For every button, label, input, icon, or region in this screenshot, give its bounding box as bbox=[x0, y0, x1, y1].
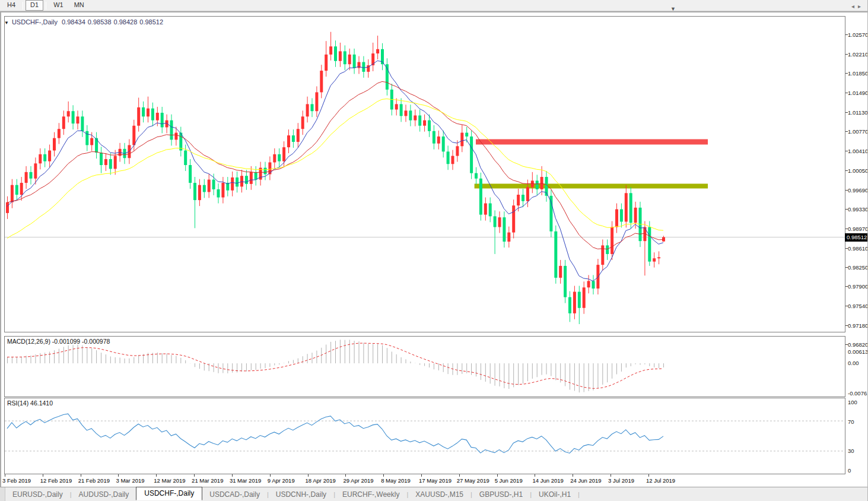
candle bbox=[522, 195, 524, 201]
ohlc-low: 0.98428 bbox=[114, 18, 138, 26]
timeframe-button-h4[interactable]: H4 bbox=[2, 0, 20, 11]
candle bbox=[442, 137, 445, 151]
candle bbox=[536, 180, 539, 189]
resistance-level-line[interactable] bbox=[476, 139, 708, 145]
candle bbox=[137, 107, 140, 126]
tab-xauusd[interactable]: XAUUSD-,M15 bbox=[408, 489, 470, 500]
chart-title: ▼USDCHF-,Daily 0.984340.985380.984280.98… bbox=[4, 18, 166, 26]
candle bbox=[311, 104, 314, 111]
candle bbox=[601, 245, 604, 265]
candle bbox=[592, 281, 595, 288]
date-axis-label: 14 Jun 2019 bbox=[532, 477, 563, 484]
rsi-line bbox=[7, 414, 663, 453]
date-axis: 3 Feb 201912 Feb 201921 Feb 20193 Mar 20… bbox=[0, 474, 845, 486]
candle bbox=[325, 55, 328, 71]
scroll-left-icon[interactable]: ◂ bbox=[851, 3, 858, 9]
macd-histogram bbox=[8, 340, 664, 392]
candle bbox=[48, 151, 51, 161]
candle bbox=[53, 138, 56, 151]
candle bbox=[15, 185, 18, 195]
candle bbox=[653, 258, 656, 261]
candle bbox=[297, 129, 300, 142]
ohlc-open: 0.98434 bbox=[62, 18, 85, 26]
candle bbox=[77, 116, 80, 123]
candle bbox=[400, 104, 403, 116]
date-axis-tick bbox=[308, 474, 309, 477]
candle bbox=[250, 172, 253, 184]
macd-chart[interactable] bbox=[5, 337, 845, 397]
price-axis-label: 0.97900 bbox=[848, 283, 868, 290]
price-chart-panel[interactable] bbox=[4, 16, 845, 332]
price-axis-label: 0.96820 bbox=[848, 341, 868, 348]
candle bbox=[329, 46, 332, 55]
candle bbox=[433, 131, 435, 144]
candle bbox=[6, 202, 9, 213]
timeframe-button-mn[interactable]: MN bbox=[69, 0, 89, 11]
ohlc-close: 0.98512 bbox=[139, 18, 163, 26]
price-axis-label: 1.02570 bbox=[848, 31, 868, 38]
date-axis-tick bbox=[497, 474, 498, 477]
date-axis-label: 18 Apr 2019 bbox=[306, 477, 336, 484]
candle bbox=[470, 137, 473, 173]
date-axis-tick bbox=[194, 474, 195, 477]
candle bbox=[34, 163, 37, 178]
candle bbox=[498, 217, 501, 227]
price-axis-label: 0.98610 bbox=[848, 245, 868, 252]
candle bbox=[428, 121, 431, 131]
candle bbox=[240, 176, 243, 186]
candle bbox=[315, 92, 318, 111]
candle bbox=[409, 110, 412, 120]
candle bbox=[620, 210, 623, 222]
rsi-chart[interactable] bbox=[5, 398, 845, 474]
candle bbox=[568, 297, 571, 313]
rsi-indicator-panel[interactable]: RSI(14) 46.1410 bbox=[4, 398, 845, 474]
tab-usdcad[interactable]: USDCAD-,Daily bbox=[202, 489, 267, 500]
date-axis-tick bbox=[118, 474, 119, 477]
timeframe-button-d1[interactable]: D1 bbox=[26, 0, 43, 11]
candle bbox=[348, 55, 351, 64]
candle bbox=[25, 172, 28, 183]
tab-gbpusd[interactable]: GBPUSD-,H1 bbox=[472, 489, 530, 500]
rsi-axis-30: 30 bbox=[848, 448, 854, 454]
date-axis-label: 9 Apr 2019 bbox=[268, 477, 295, 484]
candle bbox=[418, 115, 421, 125]
candle bbox=[292, 135, 295, 142]
tab-usdcnh[interactable]: USDCNH-,Daily bbox=[269, 489, 333, 500]
date-axis-label: 17 May 2019 bbox=[419, 477, 452, 484]
tab-eurchf[interactable]: EURCHF-,Weekly bbox=[335, 489, 406, 500]
candle bbox=[282, 147, 285, 161]
chart-dropdown-icon[interactable]: ▼ bbox=[4, 20, 9, 26]
candle bbox=[339, 51, 342, 61]
candle bbox=[217, 189, 220, 198]
date-axis-tick bbox=[648, 474, 649, 477]
candle bbox=[587, 281, 590, 287]
date-axis-label: 12 Jul 2019 bbox=[646, 477, 675, 484]
candlestick-chart[interactable] bbox=[5, 17, 845, 332]
candle bbox=[132, 126, 135, 145]
tab-audusd[interactable]: AUDUSD-,Daily bbox=[72, 489, 136, 500]
candle bbox=[161, 113, 164, 128]
price-axis-label: 0.99690 bbox=[848, 187, 868, 194]
timeframe-toolbar: H4D1W1MN bbox=[0, 0, 868, 11]
tab-ukoil[interactable]: UKOil-,H1 bbox=[532, 489, 578, 500]
candle bbox=[170, 121, 173, 140]
candle bbox=[151, 109, 154, 121]
date-axis-tick bbox=[383, 474, 384, 477]
ohlc-high: 0.98538 bbox=[88, 18, 112, 26]
scroll-right-icon[interactable]: ▸ bbox=[858, 3, 864, 9]
date-axis-label: 21 Mar 2019 bbox=[192, 477, 223, 484]
macd-indicator-panel[interactable]: MACD(12,26,9) -0.001099 -0.000978 bbox=[4, 336, 845, 397]
support-level-line[interactable] bbox=[475, 183, 708, 188]
tab-eurusd[interactable]: EURUSD-,Daily bbox=[5, 489, 70, 500]
candle bbox=[142, 107, 145, 116]
tab-usdchf[interactable]: USDCHF-,Daily bbox=[136, 487, 202, 500]
candle bbox=[212, 180, 215, 189]
candle bbox=[81, 116, 84, 131]
timeframe-button-w1[interactable]: W1 bbox=[49, 0, 68, 11]
candle bbox=[109, 159, 112, 169]
candle bbox=[414, 115, 416, 120]
candle bbox=[104, 159, 107, 165]
candle bbox=[156, 113, 159, 121]
price-axis-label: 0.99330 bbox=[848, 206, 868, 213]
chart-shift-marker-icon[interactable]: ▼ bbox=[670, 6, 676, 12]
